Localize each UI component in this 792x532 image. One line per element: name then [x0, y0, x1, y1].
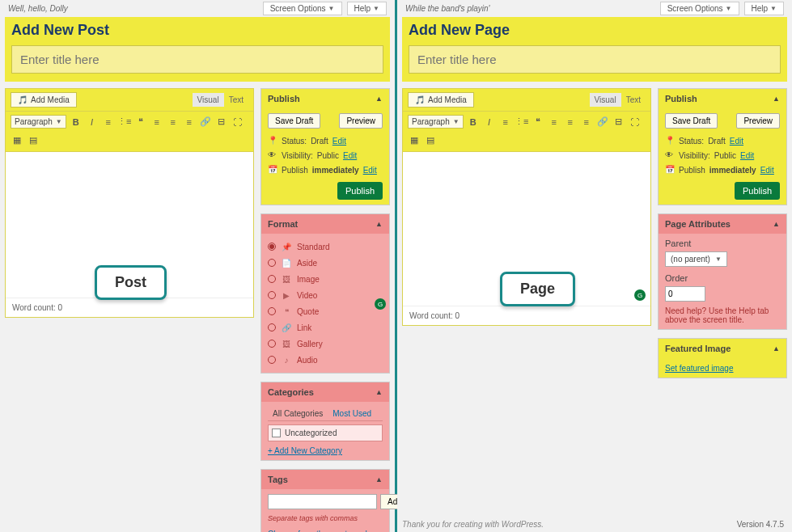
- tab-visual[interactable]: Visual: [193, 93, 224, 107]
- panel-toggle-icon[interactable]: ▲: [375, 475, 383, 483]
- eye-icon: 👁: [665, 150, 675, 160]
- word-count: Word count: 0: [6, 298, 253, 317]
- format-standard[interactable]: 📌Standard: [268, 239, 383, 255]
- number-list-icon[interactable]: ⋮≡: [118, 116, 131, 129]
- version-text: Version 4.7.5: [737, 520, 784, 529]
- help-button[interactable]: Help▼: [347, 2, 388, 15]
- bullet-list-icon[interactable]: ≡: [499, 116, 512, 129]
- table-icon[interactable]: ▦: [11, 133, 23, 146]
- post-title-input[interactable]: [11, 45, 383, 74]
- blockquote-icon[interactable]: ❝: [532, 116, 544, 129]
- format-quote[interactable]: ❝Quote: [268, 303, 383, 319]
- bullet-list-icon[interactable]: ≡: [102, 116, 115, 129]
- format-audio[interactable]: ♪Audio: [268, 352, 383, 368]
- publish-title: Publish: [268, 94, 300, 103]
- category-checkbox[interactable]: [272, 429, 281, 437]
- tags-hint: Separate tags with commas: [268, 514, 383, 522]
- edit-visibility-link[interactable]: Edit: [740, 151, 754, 160]
- format-image[interactable]: 🖼Image: [268, 271, 383, 287]
- link-icon: 🔗: [281, 322, 292, 333]
- image-icon: 🖼: [281, 273, 292, 285]
- blockquote-icon[interactable]: ❝: [134, 116, 147, 129]
- panel-toggle-icon[interactable]: ▲: [773, 220, 780, 228]
- screen-options-button[interactable]: Screen Options▼: [660, 2, 739, 15]
- align-center-icon[interactable]: ≡: [167, 116, 180, 129]
- tags-title: Tags: [268, 475, 288, 484]
- tab-all-categories[interactable]: All Categories: [268, 407, 328, 420]
- attributes-help: Need help? Use the Help tab above the sc…: [665, 306, 780, 324]
- format-aside[interactable]: 📄Aside: [268, 255, 383, 271]
- panel-toggle-icon[interactable]: ▲: [773, 95, 780, 103]
- add-media-button[interactable]: 🎵Add Media: [408, 92, 474, 108]
- category-item[interactable]: Uncategorized: [285, 429, 337, 437]
- align-left-icon[interactable]: ≡: [548, 116, 561, 129]
- grammarly-icon: G: [375, 298, 386, 310]
- help-button[interactable]: Help▼: [744, 2, 785, 15]
- add-category-link[interactable]: + Add New Category: [268, 446, 342, 455]
- set-featured-image-link[interactable]: Set featured image: [665, 364, 734, 373]
- table-icon[interactable]: ▦: [408, 133, 421, 146]
- tab-visual[interactable]: Visual: [590, 93, 621, 107]
- edit-status-link[interactable]: Edit: [332, 137, 346, 146]
- format-link[interactable]: 🔗Link: [268, 319, 383, 336]
- fullscreen-icon[interactable]: ⛶: [629, 116, 642, 129]
- format-video[interactable]: ▶Video: [268, 287, 383, 303]
- readmore-icon[interactable]: ⊟: [215, 116, 228, 129]
- preview-button[interactable]: Preview: [339, 113, 383, 129]
- align-right-icon[interactable]: ≡: [580, 116, 593, 129]
- page-title: Add New Post: [5, 17, 390, 40]
- parent-select[interactable]: (no parent)▼: [665, 251, 727, 267]
- editor-canvas[interactable]: Post: [6, 152, 253, 298]
- tab-text[interactable]: Text: [224, 93, 248, 107]
- edit-schedule-link[interactable]: Edit: [363, 166, 377, 175]
- italic-icon[interactable]: I: [86, 116, 99, 129]
- pin-icon: 📍: [665, 136, 675, 146]
- align-right-icon[interactable]: ≡: [183, 116, 196, 129]
- chevron-down-icon: ▼: [328, 5, 335, 12]
- gallery-icon: 🖼: [281, 338, 292, 349]
- audio-icon: ♪: [281, 354, 292, 365]
- number-list-icon[interactable]: ⋮≡: [515, 116, 528, 129]
- fullscreen-icon[interactable]: ⛶: [231, 116, 244, 129]
- publish-button[interactable]: Publish: [337, 182, 383, 200]
- paragraph-select[interactable]: Paragraph▼: [408, 115, 464, 129]
- page-title-input[interactable]: [409, 45, 781, 74]
- bold-icon[interactable]: B: [70, 116, 83, 129]
- categories-title: Categories: [268, 387, 314, 397]
- paragraph-select[interactable]: Paragraph▼: [11, 115, 66, 129]
- featured-title: Featured Image: [665, 344, 731, 353]
- post-badge: Post: [95, 265, 167, 300]
- align-left-icon[interactable]: ≡: [150, 116, 163, 129]
- edit-visibility-link[interactable]: Edit: [343, 151, 357, 160]
- edit-schedule-link[interactable]: Edit: [760, 166, 774, 175]
- chevron-down-icon: ▼: [770, 5, 777, 12]
- link-icon[interactable]: 🔗: [199, 116, 212, 129]
- italic-icon[interactable]: I: [483, 116, 496, 129]
- format-gallery[interactable]: 🖼Gallery: [268, 336, 383, 352]
- link-icon[interactable]: 🔗: [596, 116, 609, 129]
- media-icon: 🎵: [415, 95, 425, 104]
- panel-toggle-icon[interactable]: ▲: [375, 220, 383, 228]
- order-input[interactable]: [665, 286, 705, 302]
- panel-toggle-icon[interactable]: ▲: [375, 388, 383, 396]
- bold-icon[interactable]: B: [467, 116, 480, 129]
- screen-options-button[interactable]: Screen Options▼: [263, 2, 342, 15]
- tab-most-used[interactable]: Most Used: [328, 407, 376, 420]
- tags-input[interactable]: [268, 494, 377, 509]
- quote-icon: ❝: [281, 306, 292, 317]
- parent-label: Parent: [665, 239, 780, 248]
- panel-toggle-icon[interactable]: ▲: [773, 344, 780, 353]
- save-draft-button[interactable]: Save Draft: [665, 113, 718, 129]
- edit-status-link[interactable]: Edit: [730, 137, 743, 146]
- align-center-icon[interactable]: ≡: [564, 116, 577, 129]
- publish-button[interactable]: Publish: [735, 182, 780, 200]
- tab-text[interactable]: Text: [621, 93, 646, 107]
- add-media-button[interactable]: 🎵Add Media: [11, 92, 77, 108]
- preview-button[interactable]: Preview: [736, 113, 780, 129]
- save-draft-button[interactable]: Save Draft: [268, 113, 320, 129]
- panel-toggle-icon[interactable]: ▲: [375, 95, 383, 103]
- editor-canvas[interactable]: Page G: [403, 152, 650, 306]
- kitchen-sink-icon[interactable]: ▤: [424, 133, 437, 146]
- readmore-icon[interactable]: ⊟: [612, 116, 625, 129]
- kitchen-sink-icon[interactable]: ▤: [27, 133, 40, 146]
